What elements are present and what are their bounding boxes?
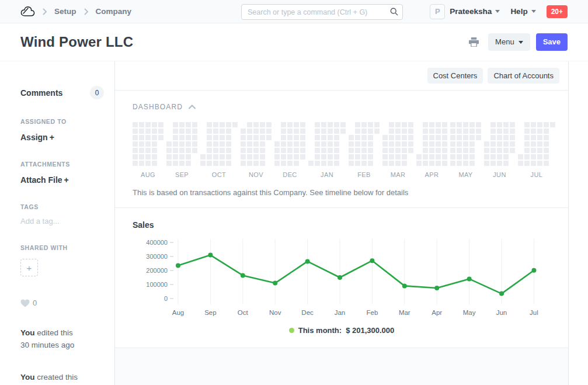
heatmap-cell[interactable] bbox=[281, 129, 286, 134]
heatmap-cell[interactable] bbox=[544, 135, 549, 140]
heatmap-cell[interactable] bbox=[300, 129, 305, 134]
heatmap-cell[interactable] bbox=[457, 129, 462, 134]
heatmap-cell[interactable] bbox=[368, 154, 373, 159]
heatmap-cell[interactable] bbox=[207, 148, 212, 153]
heatmap-cell[interactable] bbox=[436, 122, 441, 127]
heatmap-cell[interactable] bbox=[368, 141, 373, 147]
heatmap-cell[interactable] bbox=[537, 135, 542, 140]
heatmap-cell[interactable] bbox=[281, 135, 286, 140]
heatmap-cell[interactable] bbox=[544, 154, 549, 159]
heatmap-cell[interactable] bbox=[463, 141, 468, 147]
heatmap-cell[interactable] bbox=[213, 135, 218, 140]
heatmap-cell[interactable] bbox=[207, 161, 212, 166]
heatmap-cell[interactable] bbox=[429, 135, 434, 140]
heatmap-cell[interactable] bbox=[321, 148, 326, 153]
heatmap-cell[interactable] bbox=[389, 129, 394, 134]
breadcrumb-company[interactable]: Company bbox=[96, 7, 132, 16]
heatmap-cell[interactable] bbox=[200, 154, 206, 159]
heatmap-cell[interactable] bbox=[395, 148, 401, 153]
heatmap-cell[interactable] bbox=[173, 154, 178, 159]
heatmap-cell[interactable] bbox=[544, 141, 549, 147]
heatmap-cell[interactable] bbox=[436, 161, 441, 166]
heatmap-cell[interactable] bbox=[402, 135, 407, 140]
heatmap-cell[interactable] bbox=[334, 154, 339, 159]
heatmap-cell[interactable] bbox=[463, 148, 468, 153]
heatmap-cell[interactable] bbox=[133, 129, 138, 134]
heatmap-cell[interactable] bbox=[382, 148, 388, 153]
heatmap-cell[interactable] bbox=[145, 122, 151, 127]
heatmap-cell[interactable] bbox=[186, 161, 191, 166]
heatmap-cell[interactable] bbox=[429, 122, 434, 127]
heatmap-cell[interactable] bbox=[260, 148, 265, 153]
heatmap-cell[interactable] bbox=[510, 148, 515, 153]
heatmap-cell[interactable] bbox=[260, 129, 265, 134]
heatmap-cell[interactable] bbox=[402, 141, 407, 147]
heatmap-cell[interactable] bbox=[321, 129, 326, 134]
heatmap-cell[interactable] bbox=[232, 122, 238, 127]
heatmap-cell[interactable] bbox=[266, 122, 272, 127]
heatmap-cell[interactable] bbox=[510, 129, 515, 134]
heatmap-cell[interactable] bbox=[361, 122, 367, 127]
heatmap-cell[interactable] bbox=[300, 122, 305, 127]
heatmap-cell[interactable] bbox=[145, 135, 151, 140]
heatmap-cell[interactable] bbox=[476, 129, 481, 134]
heatmap-cell[interactable] bbox=[192, 135, 197, 140]
heatmap-cell[interactable] bbox=[429, 154, 434, 159]
heatmap-cell[interactable] bbox=[247, 129, 252, 134]
heatmap-cell[interactable] bbox=[395, 135, 401, 140]
heatmap-cell[interactable] bbox=[220, 122, 225, 127]
heatmap-cell[interactable] bbox=[241, 135, 246, 140]
heatmap-cell[interactable] bbox=[423, 148, 428, 153]
heatmap-cell[interactable] bbox=[328, 154, 333, 159]
heatmap-cell[interactable] bbox=[179, 148, 185, 153]
heatmap-cell[interactable] bbox=[294, 129, 299, 134]
heatmap-cell[interactable] bbox=[152, 161, 157, 166]
heatmap-cell[interactable] bbox=[402, 154, 407, 159]
heatmap-cell[interactable] bbox=[490, 148, 496, 153]
heatmap-cell[interactable] bbox=[241, 141, 246, 147]
heatmap-cell[interactable] bbox=[463, 122, 468, 127]
heatmap-cell[interactable] bbox=[315, 135, 320, 140]
heatmap-cell[interactable] bbox=[253, 141, 259, 147]
heatmap-cell[interactable] bbox=[139, 154, 144, 159]
heatmap-cell[interactable] bbox=[537, 161, 542, 166]
heatmap-cell[interactable] bbox=[490, 161, 496, 166]
heatmap-cell[interactable] bbox=[213, 129, 218, 134]
heatmap-cell[interactable] bbox=[226, 148, 231, 153]
heatmap-cell[interactable] bbox=[145, 154, 151, 159]
heatmap-cell[interactable] bbox=[247, 154, 252, 159]
app-logo-icon[interactable] bbox=[20, 6, 35, 18]
heatmap-cell[interactable] bbox=[287, 148, 293, 153]
heatmap-cell[interactable] bbox=[531, 129, 536, 134]
heatmap-cell[interactable] bbox=[524, 129, 530, 134]
heatmap-cell[interactable] bbox=[423, 122, 428, 127]
heatmap-cell[interactable] bbox=[213, 161, 218, 166]
heatmap-cell[interactable] bbox=[531, 148, 536, 153]
heatmap-cell[interactable] bbox=[241, 154, 246, 159]
heatmap-cell[interactable] bbox=[436, 135, 441, 140]
heatmap-cell[interactable] bbox=[207, 141, 212, 147]
heatmap-cell[interactable] bbox=[158, 122, 163, 127]
heatmap-cell[interactable] bbox=[281, 141, 286, 147]
heatmap-cell[interactable] bbox=[139, 141, 144, 147]
heatmap-cell[interactable] bbox=[429, 161, 434, 166]
heatmap-cell[interactable] bbox=[192, 148, 197, 153]
heatmap-cell[interactable] bbox=[469, 154, 475, 159]
heatmap-cell[interactable] bbox=[340, 122, 346, 127]
heatmap-cell[interactable] bbox=[395, 122, 401, 127]
heatmap-cell[interactable] bbox=[389, 135, 394, 140]
heatmap-cell[interactable] bbox=[152, 122, 157, 127]
heatmap-cell[interactable] bbox=[490, 154, 496, 159]
heatmap-cell[interactable] bbox=[321, 122, 326, 127]
heatmap-cell[interactable] bbox=[361, 135, 367, 140]
heatmap-cell[interactable] bbox=[436, 129, 441, 134]
heatmap-cell[interactable] bbox=[294, 141, 299, 147]
heatmap-cell[interactable] bbox=[355, 135, 360, 140]
heatmap-cell[interactable] bbox=[260, 122, 265, 127]
heatmap-cell[interactable] bbox=[550, 122, 555, 127]
heatmap-cell[interactable] bbox=[226, 129, 231, 134]
heatmap-cell[interactable] bbox=[484, 148, 489, 153]
heatmap-cell[interactable] bbox=[315, 129, 320, 134]
heatmap-cell[interactable] bbox=[402, 161, 407, 166]
heatmap-cell[interactable] bbox=[537, 148, 542, 153]
